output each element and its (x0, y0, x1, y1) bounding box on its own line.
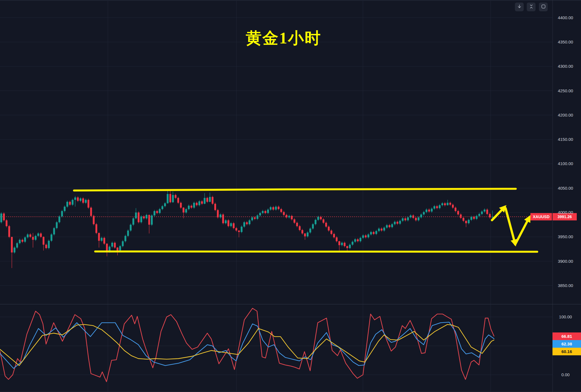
resistance-trendline (74, 189, 516, 190)
axis-tick-label: 4350.00 (552, 40, 578, 44)
axis-tick-label: 3950.00 (552, 234, 578, 239)
chevrons-collapse-icon (529, 4, 534, 10)
fullscreen-button[interactable] (539, 3, 548, 11)
forecast-arrow-3 (515, 217, 529, 244)
axis-tick-label: 4100.00 (552, 161, 578, 166)
axis-tick-label: 4050.00 (552, 186, 578, 190)
price-tag-symbol: XAUUSD (530, 213, 552, 220)
frame-icon (541, 4, 546, 10)
indicator-lines (0, 308, 494, 382)
candlesticks (0, 190, 493, 268)
download-button[interactable] (515, 3, 524, 11)
trading-app-window: 黄金1小时 XAUUSD 3991.26 66.81 62.38 60.16 4… (0, 0, 581, 392)
axis-tick-label: 0.00 (552, 372, 578, 377)
axis-tick-label: 4250.00 (552, 88, 578, 93)
indicator-line-slow (0, 325, 494, 366)
indicator-value-badge-slow: 60.16 (552, 348, 581, 355)
indicator-value-badge-mid: 62.38 (552, 340, 581, 348)
axis-tick-label: 4150.00 (552, 137, 578, 142)
indicator-line-mid (0, 322, 494, 369)
axis-tick-label: 4400.00 (552, 15, 578, 20)
axis-tick-label: 100.00 (552, 314, 578, 319)
forecast-arrow-1 (492, 207, 505, 220)
axis-tick-label: 3850.00 (552, 283, 578, 288)
arrow-down-icon (517, 4, 522, 10)
pane-separator (0, 304, 581, 305)
chart-canvas[interactable] (0, 0, 581, 392)
top-border-strip (0, 0, 581, 1)
axis-tick-label: 4200.00 (552, 113, 578, 117)
axis-tick-label: 3900.00 (552, 259, 578, 264)
gridlines (0, 1, 552, 392)
support-trendline (95, 251, 537, 252)
chart-title-annotation[interactable]: 黄金1小时 (246, 28, 321, 49)
forecast-arrow-2 (506, 208, 515, 244)
collapse-pane-button[interactable] (527, 3, 536, 11)
drawing-annotations[interactable] (74, 189, 537, 252)
indicator-value-badge-fast: 66.81 (552, 332, 581, 340)
axis-tick-label: 4300.00 (552, 64, 578, 69)
axis-tick-label: 4000.00 (552, 210, 578, 215)
